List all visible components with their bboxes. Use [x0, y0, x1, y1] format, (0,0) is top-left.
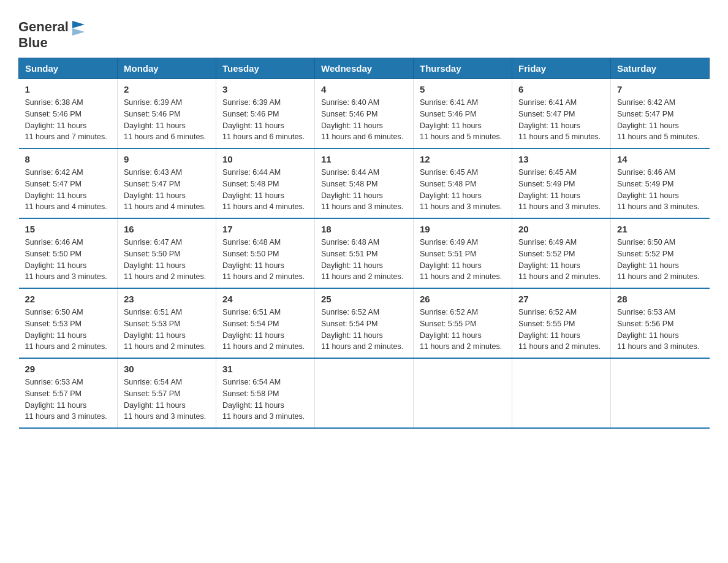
day-number: 30: [124, 364, 210, 374]
calendar-cell: 28 Sunrise: 6:53 AMSunset: 5:56 PMDaylig…: [611, 288, 710, 358]
day-number: 21: [617, 224, 703, 234]
day-number: 12: [420, 154, 506, 164]
calendar-cell: 3 Sunrise: 6:39 AMSunset: 5:46 PMDayligh…: [216, 79, 315, 149]
day-info: Sunrise: 6:40 AMSunset: 5:46 PMDaylight:…: [321, 98, 403, 141]
header-cell-wednesday: Wednesday: [315, 58, 414, 79]
calendar-cell: 29 Sunrise: 6:53 AMSunset: 5:57 PMDaylig…: [19, 358, 118, 428]
day-number: 27: [518, 294, 604, 304]
day-info: Sunrise: 6:42 AMSunset: 5:47 PMDaylight:…: [25, 168, 107, 211]
day-info: Sunrise: 6:52 AMSunset: 5:55 PMDaylight:…: [518, 308, 601, 351]
day-number: 6: [518, 84, 604, 94]
calendar-cell: 15 Sunrise: 6:46 AMSunset: 5:50 PMDaylig…: [19, 218, 118, 288]
day-number: 20: [518, 224, 604, 234]
calendar-cell: 11 Sunrise: 6:44 AMSunset: 5:48 PMDaylig…: [315, 148, 414, 218]
calendar-cell: 8 Sunrise: 6:42 AMSunset: 5:47 PMDayligh…: [19, 148, 118, 218]
day-number: 3: [222, 84, 308, 94]
day-number: 19: [420, 224, 506, 234]
week-row-5: 29 Sunrise: 6:53 AMSunset: 5:57 PMDaylig…: [19, 358, 710, 428]
calendar-body: 1 Sunrise: 6:38 AMSunset: 5:46 PMDayligh…: [19, 79, 710, 429]
day-number: 10: [222, 154, 308, 164]
day-number: 7: [617, 84, 703, 94]
day-info: Sunrise: 6:51 AMSunset: 5:54 PMDaylight:…: [222, 308, 305, 351]
day-info: Sunrise: 6:48 AMSunset: 5:50 PMDaylight:…: [222, 238, 305, 281]
day-number: 11: [321, 154, 407, 164]
calendar-cell: 19 Sunrise: 6:49 AMSunset: 5:51 PMDaylig…: [414, 218, 512, 288]
header-cell-thursday: Thursday: [414, 58, 512, 79]
header-cell-tuesday: Tuesday: [216, 58, 315, 79]
header-cell-friday: Friday: [512, 58, 611, 79]
header-cell-monday: Monday: [118, 58, 216, 79]
day-info: Sunrise: 6:41 AMSunset: 5:47 PMDaylight:…: [518, 98, 601, 141]
day-info: Sunrise: 6:52 AMSunset: 5:55 PMDaylight:…: [420, 308, 502, 351]
calendar-cell: 17 Sunrise: 6:48 AMSunset: 5:50 PMDaylig…: [216, 218, 315, 288]
header-cell-sunday: Sunday: [19, 58, 118, 79]
svg-marker-0: [72, 21, 85, 28]
day-number: 29: [25, 364, 112, 374]
calendar-cell: 23 Sunrise: 6:51 AMSunset: 5:53 PMDaylig…: [118, 288, 216, 358]
calendar-cell: [512, 358, 611, 428]
calendar-cell: 16 Sunrise: 6:47 AMSunset: 5:50 PMDaylig…: [118, 218, 216, 288]
day-info: Sunrise: 6:38 AMSunset: 5:46 PMDaylight:…: [25, 98, 107, 141]
calendar-table: SundayMondayTuesdayWednesdayThursdayFrid…: [18, 58, 710, 429]
calendar-cell: 21 Sunrise: 6:50 AMSunset: 5:52 PMDaylig…: [611, 218, 710, 288]
day-info: Sunrise: 6:50 AMSunset: 5:52 PMDaylight:…: [617, 238, 699, 281]
day-info: Sunrise: 6:46 AMSunset: 5:50 PMDaylight:…: [25, 238, 107, 281]
calendar-cell: 18 Sunrise: 6:48 AMSunset: 5:51 PMDaylig…: [315, 218, 414, 288]
calendar-cell: 12 Sunrise: 6:45 AMSunset: 5:48 PMDaylig…: [414, 148, 512, 218]
day-info: Sunrise: 6:44 AMSunset: 5:48 PMDaylight:…: [321, 168, 403, 211]
day-info: Sunrise: 6:42 AMSunset: 5:47 PMDaylight:…: [617, 98, 699, 141]
calendar-cell: 26 Sunrise: 6:52 AMSunset: 5:55 PMDaylig…: [414, 288, 512, 358]
calendar-cell: 25 Sunrise: 6:52 AMSunset: 5:54 PMDaylig…: [315, 288, 414, 358]
day-number: 8: [25, 154, 112, 164]
calendar-cell: 10 Sunrise: 6:44 AMSunset: 5:48 PMDaylig…: [216, 148, 315, 218]
day-info: Sunrise: 6:51 AMSunset: 5:53 PMDaylight:…: [124, 308, 206, 351]
day-number: 2: [124, 84, 210, 94]
day-number: 4: [321, 84, 407, 94]
day-info: Sunrise: 6:39 AMSunset: 5:46 PMDaylight:…: [124, 98, 206, 141]
day-number: 25: [321, 294, 407, 304]
day-info: Sunrise: 6:39 AMSunset: 5:46 PMDaylight:…: [222, 98, 305, 141]
day-info: Sunrise: 6:45 AMSunset: 5:49 PMDaylight:…: [518, 168, 601, 211]
calendar-cell: 30 Sunrise: 6:54 AMSunset: 5:57 PMDaylig…: [118, 358, 216, 428]
day-info: Sunrise: 6:44 AMSunset: 5:48 PMDaylight:…: [222, 168, 305, 211]
day-info: Sunrise: 6:49 AMSunset: 5:52 PMDaylight:…: [518, 238, 601, 281]
day-number: 1: [25, 84, 112, 94]
day-info: Sunrise: 6:53 AMSunset: 5:56 PMDaylight:…: [617, 308, 699, 351]
logo-flag-icon: [70, 18, 87, 36]
day-number: 13: [518, 154, 604, 164]
day-number: 9: [124, 154, 210, 164]
calendar-cell: 20 Sunrise: 6:49 AMSunset: 5:52 PMDaylig…: [512, 218, 611, 288]
calendar-cell: [611, 358, 710, 428]
logo-text-general: General: [18, 20, 69, 34]
week-row-1: 1 Sunrise: 6:38 AMSunset: 5:46 PMDayligh…: [19, 79, 710, 149]
day-info: Sunrise: 6:43 AMSunset: 5:47 PMDaylight:…: [124, 168, 206, 211]
calendar-cell: 14 Sunrise: 6:46 AMSunset: 5:49 PMDaylig…: [611, 148, 710, 218]
week-row-3: 15 Sunrise: 6:46 AMSunset: 5:50 PMDaylig…: [19, 218, 710, 288]
day-number: 16: [124, 224, 210, 234]
week-row-4: 22 Sunrise: 6:50 AMSunset: 5:53 PMDaylig…: [19, 288, 710, 358]
day-number: 5: [420, 84, 506, 94]
calendar-cell: 27 Sunrise: 6:52 AMSunset: 5:55 PMDaylig…: [512, 288, 611, 358]
calendar-cell: 7 Sunrise: 6:42 AMSunset: 5:47 PMDayligh…: [611, 79, 710, 149]
calendar-cell: 2 Sunrise: 6:39 AMSunset: 5:46 PMDayligh…: [118, 79, 216, 149]
day-number: 14: [617, 154, 703, 164]
day-number: 18: [321, 224, 407, 234]
header-row: SundayMondayTuesdayWednesdayThursdayFrid…: [19, 58, 710, 79]
day-info: Sunrise: 6:47 AMSunset: 5:50 PMDaylight:…: [124, 238, 206, 281]
calendar-cell: 4 Sunrise: 6:40 AMSunset: 5:46 PMDayligh…: [315, 79, 414, 149]
day-info: Sunrise: 6:49 AMSunset: 5:51 PMDaylight:…: [420, 238, 502, 281]
calendar-cell: 31 Sunrise: 6:54 AMSunset: 5:58 PMDaylig…: [216, 358, 315, 428]
calendar-cell: [414, 358, 512, 428]
day-number: 23: [124, 294, 210, 304]
day-info: Sunrise: 6:50 AMSunset: 5:53 PMDaylight:…: [25, 308, 107, 351]
day-info: Sunrise: 6:45 AMSunset: 5:48 PMDaylight:…: [420, 168, 502, 211]
calendar-cell: 24 Sunrise: 6:51 AMSunset: 5:54 PMDaylig…: [216, 288, 315, 358]
week-row-2: 8 Sunrise: 6:42 AMSunset: 5:47 PMDayligh…: [19, 148, 710, 218]
day-number: 22: [25, 294, 112, 304]
day-info: Sunrise: 6:41 AMSunset: 5:46 PMDaylight:…: [420, 98, 502, 141]
calendar-cell: 5 Sunrise: 6:41 AMSunset: 5:46 PMDayligh…: [414, 79, 512, 149]
day-info: Sunrise: 6:53 AMSunset: 5:57 PMDaylight:…: [25, 378, 107, 421]
calendar-cell: 22 Sunrise: 6:50 AMSunset: 5:53 PMDaylig…: [19, 288, 118, 358]
calendar-cell: [315, 358, 414, 428]
calendar-cell: 6 Sunrise: 6:41 AMSunset: 5:47 PMDayligh…: [512, 79, 611, 149]
